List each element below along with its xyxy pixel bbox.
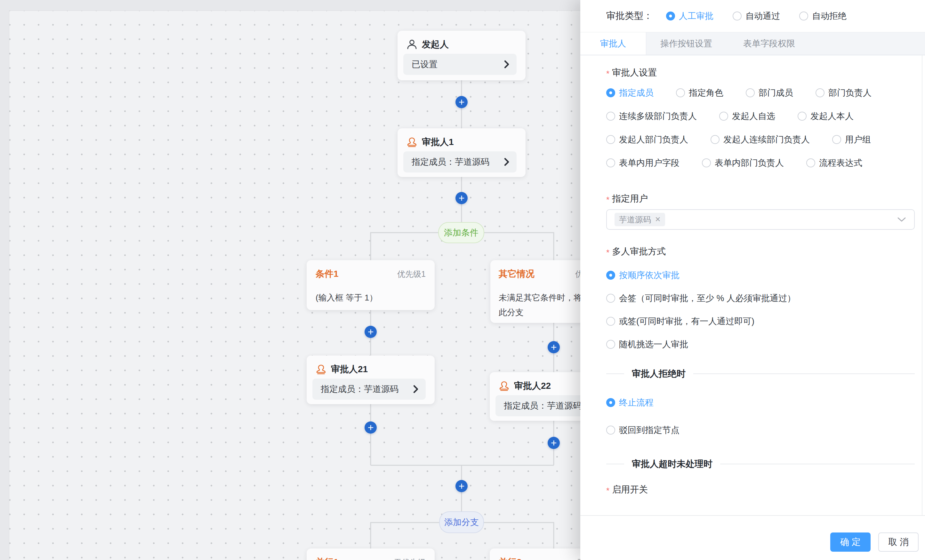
node-approver21-title: 审批人21 xyxy=(331,363,368,375)
reject-section-divider: 审批人拒绝时 xyxy=(606,368,915,380)
node-approver21-config-row[interactable]: 指定成员：芋道源码 xyxy=(312,379,426,400)
plus-icon: + xyxy=(551,342,557,352)
required-marker: * xyxy=(606,69,609,79)
required-marker: * xyxy=(606,486,609,496)
radio-icon xyxy=(799,12,808,21)
radio-countersign[interactable]: 会签（可同时审批，至少 % 人必须审批通过） xyxy=(606,292,915,304)
close-icon[interactable]: ✕ xyxy=(655,215,661,224)
node-approver22-title: 审批人22 xyxy=(514,380,551,392)
node-approver1[interactable]: 审批人1 指定成员：芋道源码 xyxy=(398,128,526,177)
plus-icon: + xyxy=(459,97,465,107)
radio-initiator-self[interactable]: 发起人本人 xyxy=(798,110,854,122)
stamp-icon xyxy=(407,137,417,148)
radio-icon xyxy=(702,158,711,167)
add-branch-label: 添加分支 xyxy=(444,516,479,528)
radio-dept-leader[interactable]: 部门负责人 xyxy=(815,87,872,99)
tab-form-field-permission[interactable]: 表单字段权限 xyxy=(726,32,812,55)
approval-settings-drawer: 审批类型： 人工审批 自动通过 自动拒绝 审批人 操作按钮设置 表单字段权限 *… xyxy=(580,0,925,560)
node-start-config-row[interactable]: 已设置 xyxy=(403,54,517,75)
radio-auto-reject[interactable]: 自动拒绝 xyxy=(799,10,847,22)
node-parallel1-title: 并行1 xyxy=(316,556,339,560)
radio-icon xyxy=(746,88,755,97)
add-node-button[interactable]: + xyxy=(455,480,468,492)
add-node-button[interactable]: + xyxy=(365,326,377,338)
node-parallel1-priority: 无优先级 xyxy=(394,557,426,560)
radio-icon xyxy=(806,158,815,167)
add-condition-label: 添加条件 xyxy=(444,227,479,238)
approve-type-row: 审批类型： 人工审批 自动通过 自动拒绝 xyxy=(606,0,915,32)
radio-auto-pass[interactable]: 自动通过 xyxy=(733,10,780,22)
add-node-button[interactable]: + xyxy=(455,96,468,108)
radio-multi-level-dept-leader[interactable]: 连续多级部门负责人 xyxy=(606,110,697,122)
add-node-button[interactable]: + xyxy=(365,422,377,434)
radio-process-expression[interactable]: 流程表达式 xyxy=(806,157,862,169)
radio-assign-member[interactable]: 指定成员 xyxy=(606,87,654,99)
radio-user-group[interactable]: 用户组 xyxy=(832,134,871,145)
plus-icon: + xyxy=(459,193,465,203)
add-node-button[interactable]: + xyxy=(548,341,560,353)
node-condition1-priority: 优先级1 xyxy=(397,269,426,279)
radio-random-one[interactable]: 随机挑选一人审批 xyxy=(606,339,915,350)
node-approver21-assignee: 指定成员：芋道源码 xyxy=(321,383,413,395)
radio-assign-role[interactable]: 指定角色 xyxy=(676,87,723,99)
settings-scroll-area[interactable]: * 审批人设置 指定成员 指定角色 部门成员 部门负责人 xyxy=(580,54,925,497)
radio-icon xyxy=(606,317,615,326)
radio-icon xyxy=(676,88,685,97)
cancel-button[interactable]: 取 消 xyxy=(878,533,919,552)
radio-terminate-process[interactable]: 终止流程 xyxy=(606,397,915,408)
node-condition1[interactable]: 条件1 优先级1 (输入框 等于 1） xyxy=(307,260,435,310)
radio-form-dept-leader[interactable]: 表单内部门负责人 xyxy=(702,157,784,169)
settings-tabs: 审批人 操作按钮设置 表单字段权限 xyxy=(580,32,925,55)
node-start-status: 已设置 xyxy=(411,59,504,70)
node-condition1-title: 条件1 xyxy=(316,268,339,280)
approve-type-label: 审批类型： xyxy=(606,10,652,23)
panel-scrollbar[interactable] xyxy=(922,54,922,515)
node-start-title: 发起人 xyxy=(422,38,449,51)
radio-icon xyxy=(606,135,615,144)
radio-manual-approve[interactable]: 人工审批 xyxy=(666,10,713,22)
stamp-icon xyxy=(316,364,327,375)
approver-setting-row4: 表单内用户字段 表单内部门负责人 流程表达式 xyxy=(606,157,915,169)
add-condition-button[interactable]: 添加条件 xyxy=(438,222,484,243)
radio-icon xyxy=(606,294,615,303)
radio-selected-icon xyxy=(606,271,615,280)
plus-icon: + xyxy=(459,481,465,491)
add-branch-button[interactable]: 添加分支 xyxy=(439,511,484,533)
add-node-button[interactable]: + xyxy=(455,192,468,204)
radio-initiator-choose[interactable]: 发起人自选 xyxy=(719,110,775,122)
node-parallel1[interactable]: 并行1 无优先级 xyxy=(307,548,435,560)
radio-orsign[interactable]: 或签(可同时审批，有一人通过即可) xyxy=(606,316,915,327)
user-icon xyxy=(407,39,417,50)
timeout-section-divider: 审批人超时未处理时 xyxy=(606,458,915,470)
node-approver21[interactable]: 审批人21 指定成员：芋道源码 xyxy=(307,355,435,404)
node-start[interactable]: 发起人 已设置 xyxy=(398,31,526,80)
stamp-icon xyxy=(499,381,509,391)
required-marker: * xyxy=(606,195,609,205)
add-node-button[interactable]: + xyxy=(548,437,560,449)
chevron-right-icon xyxy=(413,385,419,394)
radio-selected-icon xyxy=(606,398,615,407)
radio-sequential-approve[interactable]: 按顺序依次审批 xyxy=(606,269,915,281)
reject-section-title: 审批人拒绝时 xyxy=(632,368,685,380)
radio-initiator-dept-leader[interactable]: 发起人部门负责人 xyxy=(606,134,688,145)
chevron-right-icon xyxy=(504,60,509,69)
radio-form-user-field[interactable]: 表单内用户字段 xyxy=(606,157,679,169)
radio-icon xyxy=(815,88,824,97)
radio-icon xyxy=(606,340,615,349)
radio-dept-member[interactable]: 部门成员 xyxy=(746,87,793,99)
radio-icon xyxy=(719,112,728,120)
user-tag: 芋道源码 ✕ xyxy=(615,213,665,226)
user-tag-label: 芋道源码 xyxy=(619,214,651,225)
enable-switch-label: * 启用开关 xyxy=(606,483,915,496)
radio-icon xyxy=(733,12,741,21)
radio-icon xyxy=(606,112,615,120)
tab-button-settings[interactable]: 操作按钮设置 xyxy=(646,32,726,55)
radio-initiator-multi-dept-leader[interactable]: 发起人连续部门负责人 xyxy=(711,134,810,145)
footer-divider xyxy=(580,515,925,516)
node-approver1-title: 审批人1 xyxy=(422,136,454,148)
node-approver1-config-row[interactable]: 指定成员：芋道源码 xyxy=(403,151,517,173)
radio-return-to-node[interactable]: 驳回到指定节点 xyxy=(606,425,915,436)
tab-approver[interactable]: 审批人 xyxy=(580,32,646,55)
confirm-button[interactable]: 确 定 xyxy=(830,533,871,552)
assign-user-select[interactable]: 芋道源码 ✕ xyxy=(606,209,915,230)
